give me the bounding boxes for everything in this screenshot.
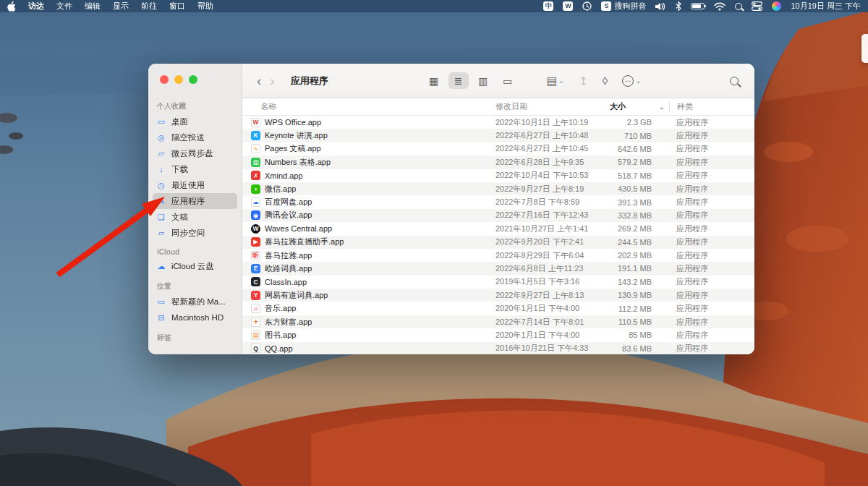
list-view-button[interactable]: ≣	[448, 72, 469, 89]
file-kind: 应用程序	[669, 317, 754, 328]
file-row[interactable]: ♫音乐.app2020年1月1日 下午4:00112.2 MB应用程序	[242, 302, 754, 315]
file-size: 391.3 MB	[610, 198, 669, 207]
file-row[interactable]: ▤图书.app2020年1月1日 下午4:0085 MB应用程序	[242, 328, 754, 341]
clock-status-icon[interactable]	[582, 1, 592, 11]
file-date: 2022年9月20日 下午2:41	[495, 236, 610, 247]
wps-status-icon[interactable]: W	[563, 1, 573, 11]
file-name: 喜马拉雅直播助手.app	[265, 236, 344, 247]
sidebar-item[interactable]: ☁iCloud 云盘	[153, 258, 237, 274]
back-button[interactable]: ‹	[252, 74, 265, 88]
file-name: 音乐.app	[265, 303, 296, 314]
more-button[interactable]: ⋯⌄	[622, 75, 641, 87]
gallery-view-button[interactable]: ▭	[498, 72, 518, 89]
file-size: 130.9 MB	[610, 291, 669, 299]
file-row[interactable]: ✎Pages 文稿.app2022年6月27日 上午10:45642.6 MB应…	[242, 142, 754, 155]
desktop-icon: ▭	[156, 118, 166, 126]
menu-datetime[interactable]: 10月19日 周三 下午	[791, 1, 861, 12]
file-date: 2022年6月28日 上午9:35	[495, 157, 610, 168]
file-row[interactable]: 听喜马拉雅.app2022年8月29日 下午6:04202.9 MB应用程序	[242, 249, 754, 262]
battery-icon[interactable]	[691, 3, 705, 9]
menu-item-4[interactable]: 显示	[113, 1, 129, 12]
sidebar-item[interactable]: ▭翟新颖的 Ma...	[153, 294, 237, 310]
file-size: 710 MB	[610, 132, 669, 140]
sogou-input-item[interactable]: S 搜狗拼音	[601, 1, 646, 12]
file-size: 143.2 MB	[610, 278, 669, 286]
search-icon[interactable]	[735, 3, 742, 10]
sidebar-item[interactable]: ▱同步空间	[153, 225, 237, 241]
file-row[interactable]: ▶喜马拉雅直播助手.app2022年9月20日 下午2:41244.5 MB应用…	[242, 236, 754, 249]
share-button-icon: ↥	[579, 74, 588, 88]
file-row[interactable]: ◉腾讯会议.app2022年7月16日 下午12:43332.8 MB应用程序	[242, 209, 754, 222]
file-date: 2022年7月14日 下午8:01	[495, 317, 610, 328]
bluetooth-icon[interactable]	[676, 1, 681, 11]
file-name: QQ.app	[265, 344, 293, 353]
sidebar-item[interactable]: ◷最近使用	[153, 177, 237, 193]
close-button[interactable]	[160, 75, 169, 84]
input-method-badge[interactable]: 中	[543, 1, 553, 11]
menu-item-2[interactable]: 文件	[56, 1, 72, 12]
file-row[interactable]: ◗微信.app2022年9月27日 上午8:19430.5 MB应用程序	[242, 182, 754, 195]
column-view-button[interactable]: ▥	[473, 72, 493, 89]
more-button-icon: ⋯	[622, 75, 634, 87]
file-size: 202.9 MB	[610, 251, 669, 260]
wps-office-icon: W	[251, 118, 260, 127]
menu-item-3[interactable]: 编辑	[85, 1, 101, 12]
sidebar-item[interactable]: ❏文稿	[153, 209, 237, 225]
file-row[interactable]: E欧路词典.app2022年6月8日 上午11:23191.1 MB应用程序	[242, 262, 754, 275]
sidebar-item[interactable]: ▭桌面	[153, 114, 237, 129]
ximalaya-icon: 听	[251, 251, 260, 260]
download-icon: ↓	[156, 166, 166, 174]
file-row[interactable]: ▥Numbers 表格.app2022年6月28日 上午9:35579.2 MB…	[242, 155, 754, 169]
column-header-name[interactable]: 名称	[242, 101, 495, 112]
file-row[interactable]: KKeynote 讲演.app2022年6月27日 上午10:48710 MB应…	[242, 129, 754, 142]
share-button[interactable]: ↥	[579, 74, 588, 88]
group-button[interactable]: ▤⌄	[547, 74, 565, 88]
menu-item-5[interactable]: 前往	[141, 1, 157, 12]
sidebar-item[interactable]: ◎隔空投送	[153, 129, 237, 145]
file-row[interactable]: CClassIn.app2019年1月5日 下午3:16143.2 MB应用程序	[242, 276, 754, 289]
file-name: ClassIn.app	[265, 278, 307, 286]
file-row[interactable]: QQQ.app2016年10月21日 下午4:3383.6 MB应用程序	[242, 342, 754, 354]
file-kind: 应用程序	[669, 330, 754, 341]
wifi-icon[interactable]	[714, 2, 726, 11]
file-row[interactable]: WWPS Office.app2022年10月1日 上午10:192.3 GB应…	[242, 116, 754, 129]
sidebar-item[interactable]: ↓下载	[153, 161, 237, 177]
menu-item-6[interactable]: 窗口	[169, 1, 185, 12]
file-kind: 应用程序	[669, 143, 754, 154]
file-date: 2020年1月1日 下午4:00	[495, 330, 610, 341]
control-center-icon[interactable]	[752, 1, 762, 11]
forward-button[interactable]: ›	[265, 74, 278, 88]
clock-icon: ◷	[156, 182, 166, 189]
menu-bar: 访达文件编辑显示前往窗口帮助 中 W S 搜狗拼音 10月19日 周三 下午	[0, 0, 868, 12]
sidebar-item[interactable]: ⊟Macintosh HD	[153, 310, 237, 325]
siri-icon[interactable]	[772, 1, 781, 11]
tag-button[interactable]: ◊	[603, 74, 608, 87]
menu-item-7[interactable]: 帮助	[197, 1, 213, 12]
file-row[interactable]: ☁百度网盘.app2022年7月8日 下午8:59391.3 MB应用程序	[242, 195, 754, 208]
icon-view-button[interactable]: ▦	[424, 72, 444, 89]
volume-icon[interactable]	[655, 2, 666, 11]
baidu-netdisk-icon: ☁	[251, 197, 260, 207]
file-date: 2022年6月27日 上午10:45	[495, 143, 610, 154]
sidebar-item[interactable]: A应用程序	[153, 193, 237, 209]
file-size: 332.8 MB	[610, 211, 669, 220]
file-row[interactable]: ✈东方财富.app2022年7月14日 下午8:01110.5 MB应用程序	[242, 315, 754, 328]
minimize-button[interactable]	[174, 75, 183, 84]
toolbar-search-icon[interactable]	[730, 77, 739, 85]
sidebar-item-label: iCloud 云盘	[171, 261, 214, 272]
menu-left: 访达文件编辑显示前往窗口帮助	[7, 1, 213, 12]
file-row[interactable]: WWaves Central.app2021年10月27日 上午1:41269.…	[242, 222, 754, 235]
file-name: 喜马拉雅.app	[265, 250, 312, 261]
file-row[interactable]: Y网易有道词典.app2022年9月27日 上午8:13130.9 MB应用程序	[242, 289, 754, 302]
column-header-size[interactable]: 大小 ⌄	[610, 101, 669, 112]
zoom-button[interactable]	[189, 75, 197, 84]
file-row[interactable]: ✗Xmind.app2022年10月4日 下午10:53518.7 MB应用程序	[242, 169, 754, 182]
eastmoney-icon: ✈	[251, 317, 260, 327]
file-kind: 应用程序	[669, 263, 754, 274]
menu-item-1[interactable]: 访达	[28, 1, 44, 12]
apple-menu-icon[interactable]	[7, 1, 16, 12]
sidebar-item[interactable]: ▱微云同步盘	[153, 145, 237, 161]
column-header-kind[interactable]: 种类	[669, 102, 754, 112]
file-date: 2022年9月27日 上午8:19	[495, 184, 610, 195]
column-header-date[interactable]: 修改日期	[495, 101, 610, 112]
